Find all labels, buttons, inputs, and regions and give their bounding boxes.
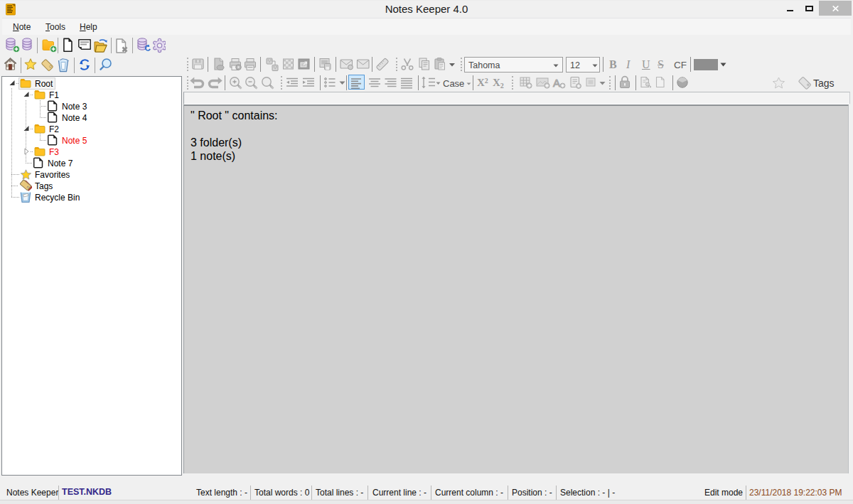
svg-text:A: A: [553, 77, 560, 89]
